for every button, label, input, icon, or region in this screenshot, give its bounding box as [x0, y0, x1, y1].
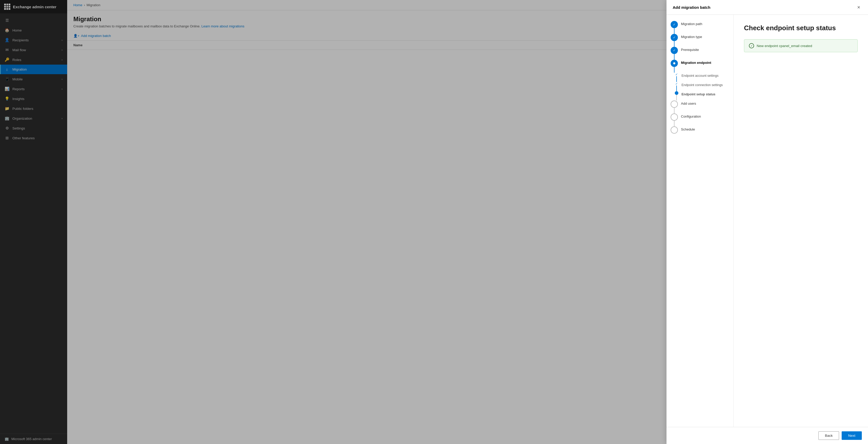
step-label-add-users: Add users — [681, 100, 696, 106]
step-label-endpoint-connection-settings: Endpoint connection settings — [681, 82, 723, 87]
checkmark-icon: ✓ — [673, 36, 676, 39]
step-migration-endpoint: Migration endpoint — [671, 60, 729, 72]
step-label-schedule: Schedule — [681, 126, 695, 132]
step-endpoint-setup-status: Endpoint setup status — [671, 91, 729, 100]
step-circle-schedule — [671, 126, 678, 134]
modal-header: Add migration batch × — [666, 0, 868, 15]
next-button[interactable]: Next — [842, 431, 862, 440]
step-schedule: Schedule — [671, 126, 729, 134]
step-circle-migration-endpoint — [671, 60, 678, 67]
step-configuration: Configuration — [671, 114, 729, 126]
success-icon: ✓ — [749, 43, 754, 48]
step-label-endpoint-setup-status: Endpoint setup status — [681, 91, 715, 96]
step-circle-add-users — [671, 100, 678, 108]
success-banner: ✓ New endpoint cpanel_email created — [744, 39, 858, 52]
modal-footer: Back Next — [666, 427, 868, 444]
step-circle-prerequisite: ✓ — [671, 47, 678, 54]
content-panel: Check endpoint setup status ✓ New endpoi… — [734, 15, 868, 427]
modal-overlay: Add migration batch × ✓ Migration path — [0, 0, 868, 444]
step-circle-migration-type: ✓ — [671, 34, 678, 41]
step-prerequisite: ✓ Prerequisite — [671, 47, 729, 60]
checkmark-icon: ✓ — [673, 49, 676, 52]
add-migration-batch-modal: Add migration batch × ✓ Migration path — [666, 0, 868, 444]
step-label-migration-type: Migration type — [681, 34, 702, 39]
step-circle-configuration — [671, 114, 678, 121]
step-endpoint-account-settings: ✓ Endpoint account settings — [671, 72, 729, 82]
step-circle-migration-path: ✓ — [671, 21, 678, 28]
step-label-migration-path: Migration path — [681, 21, 702, 26]
dot-icon — [673, 62, 675, 64]
success-message: New endpoint cpanel_email created — [757, 44, 812, 48]
checkmark-icon: ✓ — [673, 23, 676, 26]
back-button[interactable]: Back — [818, 431, 839, 440]
step-add-users: Add users — [671, 100, 729, 114]
modal-body: ✓ Migration path ✓ Migration type — [666, 15, 868, 427]
step-label-migration-endpoint: Migration endpoint — [681, 60, 711, 65]
content-title: Check endpoint setup status — [744, 24, 858, 32]
step-label-endpoint-account-settings: Endpoint account settings — [681, 72, 718, 78]
modal-title: Add migration batch — [673, 5, 710, 9]
modal-close-button[interactable]: × — [856, 4, 862, 10]
step-label-configuration: Configuration — [681, 114, 701, 119]
step-migration-type: ✓ Migration type — [671, 34, 729, 47]
step-label-prerequisite: Prerequisite — [681, 47, 699, 52]
step-endpoint-connection-settings: ✓ Endpoint connection settings — [671, 82, 729, 91]
step-migration-path: ✓ Migration path — [671, 21, 729, 34]
steps-panel: ✓ Migration path ✓ Migration type — [666, 15, 734, 427]
